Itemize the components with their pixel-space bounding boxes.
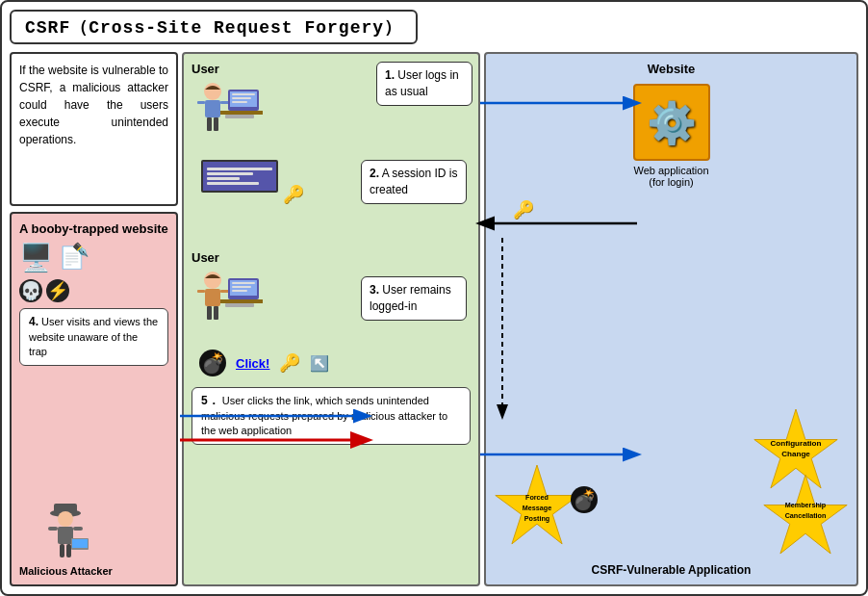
svg-rect-12 bbox=[197, 101, 205, 104]
step-3-callout: 3. User remains logged-in bbox=[361, 276, 467, 321]
svg-rect-5 bbox=[73, 527, 83, 531]
svg-rect-32 bbox=[232, 286, 251, 288]
svg-text:Configuration: Configuration bbox=[771, 439, 822, 448]
response-screen bbox=[201, 160, 278, 193]
user-bottom-label: User bbox=[191, 250, 471, 265]
svg-rect-35 bbox=[225, 303, 254, 307]
gear-icon: ⚙️ bbox=[647, 99, 697, 146]
middle-panel: User bbox=[182, 52, 480, 586]
left-panel: If the website is vulnerable to CSRF, a … bbox=[10, 52, 178, 586]
svg-text:Forced: Forced bbox=[525, 493, 549, 502]
website-label: Website bbox=[494, 62, 849, 76]
key-icon-top: 🔑 bbox=[283, 184, 304, 205]
csrf-label: CSRF-Vulnerable Application bbox=[494, 563, 849, 577]
svg-rect-7 bbox=[66, 544, 71, 557]
step-5-num: 5． bbox=[201, 394, 219, 407]
right-panel: Website ⚙️ Web application(for login) 🔑 bbox=[484, 52, 858, 586]
svg-point-23 bbox=[204, 272, 221, 289]
svg-rect-3 bbox=[58, 527, 73, 544]
bomb-icon-1: 💀 bbox=[19, 279, 42, 302]
step-2-callout: 2. A session ID is created bbox=[361, 160, 467, 204]
cursor-icon: ↖️ bbox=[310, 354, 329, 373]
step-1-text: User logs in as usual bbox=[385, 68, 459, 98]
description-text: If the website is vulnerable to CSRF, a … bbox=[19, 64, 168, 146]
step-4-text: User visits and views the website unawar… bbox=[29, 316, 158, 357]
svg-rect-11 bbox=[205, 100, 220, 117]
svg-text:Membership: Membership bbox=[785, 501, 827, 509]
key-right-area: 🔑 bbox=[494, 199, 849, 220]
svg-rect-21 bbox=[220, 111, 263, 115]
webapp-section: ⚙️ Web application(for login) bbox=[494, 84, 849, 188]
svg-point-10 bbox=[204, 83, 221, 100]
user-bottom-section: 3. User remains logged-in bbox=[191, 269, 471, 331]
starburst-group: Configuration Change Forced Message Post… bbox=[494, 407, 849, 561]
svg-rect-28 bbox=[214, 306, 218, 320]
description-box: If the website is vulnerable to CSRF, a … bbox=[10, 52, 178, 206]
bomb-right: 💣 bbox=[571, 486, 598, 513]
user-top-section: 1. User logs in as usual bbox=[191, 80, 471, 143]
click-area: 💣 Click! 🔑 ↖️ bbox=[191, 339, 471, 387]
flame-icon: ✒️ bbox=[72, 242, 89, 257]
step-3-num: 3. bbox=[370, 283, 379, 297]
booby-box: A booby-trapped website 🖥️ 📄 ✒️ 💀 ⚡ bbox=[10, 212, 178, 586]
svg-rect-22 bbox=[225, 115, 254, 118]
csrf-section: Configuration Change Forced Message Post… bbox=[494, 407, 849, 577]
booby-title: A booby-trapped website bbox=[19, 221, 168, 236]
svg-point-2 bbox=[58, 511, 73, 527]
svg-rect-33 bbox=[232, 290, 247, 292]
svg-rect-20 bbox=[232, 101, 247, 103]
step-1-callout: 1. User logs in as usual bbox=[376, 62, 472, 106]
svg-text:Cancellation: Cancellation bbox=[785, 511, 827, 520]
user-figure-top bbox=[191, 80, 264, 143]
starburst-membership: Membership Cancellation bbox=[762, 475, 849, 561]
svg-rect-14 bbox=[207, 117, 212, 131]
key-icon-bottom: 🔑 bbox=[279, 352, 300, 374]
svg-rect-27 bbox=[207, 306, 212, 320]
step-5-box: 5． User clicks the link, which sends uni… bbox=[191, 387, 471, 445]
svg-rect-25 bbox=[197, 290, 205, 293]
server-icon: 🖥️ bbox=[19, 242, 53, 273]
svg-rect-31 bbox=[232, 282, 255, 284]
svg-rect-24 bbox=[205, 289, 220, 306]
screen-lines bbox=[207, 168, 272, 185]
svg-rect-34 bbox=[220, 299, 263, 303]
starburst-forced: Forced Message Posting bbox=[494, 465, 580, 552]
svg-rect-6 bbox=[60, 544, 64, 557]
user-figure-bottom bbox=[191, 269, 264, 331]
step-2-text: A session ID is created bbox=[370, 167, 457, 196]
step-5-text: User clicks the link, which sends uninte… bbox=[201, 395, 447, 436]
svg-rect-15 bbox=[214, 117, 218, 131]
svg-text:Change: Change bbox=[781, 450, 810, 458]
main-container: CSRF（Cross-Site Request Forgery） If the … bbox=[0, 0, 868, 596]
step-3-text: User remains logged-in bbox=[370, 283, 451, 313]
svg-text:Posting: Posting bbox=[524, 514, 549, 523]
svg-text:Message: Message bbox=[523, 504, 551, 512]
step-4-box: 4. User visits and views the website una… bbox=[19, 308, 168, 366]
step-1-num: 1. bbox=[385, 68, 395, 82]
content-area: If the website is vulnerable to CSRF, a … bbox=[10, 52, 858, 586]
bomb-icon-right: 💣 bbox=[571, 486, 598, 513]
click-text: Click! bbox=[236, 356, 269, 371]
gear-box: ⚙️ bbox=[633, 84, 710, 161]
attacker-section: Malicious Attacker bbox=[19, 494, 113, 577]
attacker-label: Malicious Attacker bbox=[19, 565, 113, 577]
bomb-icon-2: ⚡ bbox=[46, 279, 69, 302]
key-icon-right: 🔑 bbox=[513, 199, 534, 220]
starbursts-area: Configuration Change Forced Message Post… bbox=[494, 228, 849, 577]
step-2-area: 2. A session ID is created 🔑 bbox=[191, 150, 471, 246]
attacker-figure-svg bbox=[37, 494, 94, 561]
svg-rect-9 bbox=[72, 539, 88, 548]
bomb-icon-mid: 💣 bbox=[199, 350, 226, 376]
step-4-num: 4. bbox=[29, 315, 38, 328]
webapp-label: Web application(for login) bbox=[633, 165, 708, 188]
svg-rect-18 bbox=[232, 93, 255, 95]
step-2-num: 2. bbox=[370, 167, 379, 180]
svg-rect-4 bbox=[48, 527, 58, 531]
page-title: CSRF（Cross-Site Request Forgery） bbox=[10, 10, 418, 44]
svg-rect-19 bbox=[232, 97, 251, 99]
